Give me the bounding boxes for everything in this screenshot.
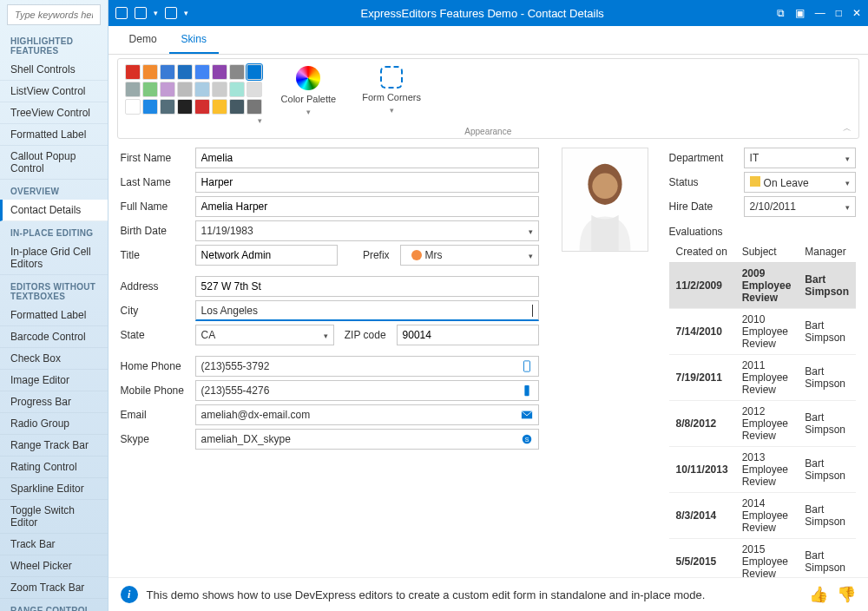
tab-demo[interactable]: Demo xyxy=(117,26,169,54)
window-title: ExpressEditors Features Demo - Contact D… xyxy=(188,7,777,20)
sidebar-section-header: IN-PLACE EDITING xyxy=(0,221,108,241)
chevron-down-icon xyxy=(320,329,328,341)
sidebar-section-header: HIGHLIGHTED FEATURES xyxy=(0,30,108,59)
skype-input[interactable]: ameliah_DX_skypeS xyxy=(195,429,539,450)
sidebar-item[interactable]: Shell Controls xyxy=(0,59,108,81)
sidebar-section-header: OVERVIEW xyxy=(0,180,108,200)
sidebar-item[interactable]: Radio Group xyxy=(0,413,108,435)
chevron-down-icon xyxy=(842,152,850,164)
table-row[interactable]: 8/8/20122012 Employee ReviewBart Simpson xyxy=(669,401,856,447)
state-select[interactable]: CA xyxy=(195,325,334,345)
last-name-input[interactable] xyxy=(195,172,539,193)
thumbs-up-button[interactable]: 👍 xyxy=(809,585,828,604)
hire-date-input[interactable]: 2/10/2011 xyxy=(744,196,856,217)
department-select[interactable]: IT xyxy=(744,148,856,168)
sidebar-item[interactable]: Rating Control xyxy=(0,457,108,478)
email-icon xyxy=(521,409,533,421)
table-row[interactable]: 7/14/20102010 Employee ReviewBart Simpso… xyxy=(669,309,856,355)
tab-skins[interactable]: Skins xyxy=(169,26,219,54)
qat-icon-3[interactable] xyxy=(165,7,177,19)
info-icon: i xyxy=(121,586,138,603)
sidebar-item[interactable]: Progress Bar xyxy=(0,391,108,413)
status-icon xyxy=(750,176,760,187)
thumbs-down-button[interactable]: 👎 xyxy=(837,585,856,604)
sidebar-item[interactable]: Callout Popup Control xyxy=(0,146,108,180)
evaluations-title: Evaluations xyxy=(669,226,856,238)
sidebar-item[interactable]: Barcode Control xyxy=(0,326,108,348)
sidebar-item[interactable]: Wheel Picker xyxy=(0,555,108,577)
svg-text:S: S xyxy=(524,437,529,443)
pin-icon[interactable]: ▣ xyxy=(795,7,805,19)
title-input[interactable] xyxy=(195,245,338,266)
sidebar: HIGHLIGHTED FEATURESShell ControlsListVi… xyxy=(0,0,108,611)
home-phone-input[interactable]: (213)555-3792 xyxy=(195,356,539,377)
sidebar-item[interactable]: Zoom Track Bar xyxy=(0,577,108,599)
help-icon[interactable]: ⧉ xyxy=(777,7,785,19)
sidebar-item[interactable]: Range Track Bar xyxy=(0,435,108,457)
chevron-down-icon xyxy=(842,200,850,213)
sidebar-item[interactable]: Sparkline Editor xyxy=(0,478,108,500)
skin-swatch-grid[interactable] xyxy=(125,64,262,115)
ribbon-tabs: Demo Skins xyxy=(108,26,868,55)
sidebar-item[interactable]: In-place Grid Cell Editors xyxy=(0,241,108,275)
sidebar-item[interactable]: Track Bar xyxy=(0,534,108,555)
search-input[interactable] xyxy=(7,4,101,25)
chevron-down-icon xyxy=(842,176,850,188)
person-icon xyxy=(411,250,422,260)
sidebar-item[interactable]: Image Editor xyxy=(0,370,108,391)
svg-rect-0 xyxy=(523,361,529,371)
table-row[interactable]: 10/11/20132013 Employee ReviewBart Simps… xyxy=(669,447,856,493)
sidebar-item[interactable]: ListView Control xyxy=(0,81,108,102)
status-select[interactable]: On Leave xyxy=(744,172,856,193)
footer: i This demo shows how to use DevExpress … xyxy=(108,577,868,611)
table-row[interactable]: 8/3/20142014 Employee ReviewBart Simpson xyxy=(669,493,856,539)
color-palette-button[interactable]: Color Palette ▾ xyxy=(274,64,344,118)
contact-photo xyxy=(562,148,648,252)
sidebar-item[interactable]: Formatted Label xyxy=(0,305,108,326)
svg-rect-1 xyxy=(524,385,529,396)
sidebar-section-header: EDITORS WITHOUT TEXTBOXES xyxy=(0,275,108,305)
sidebar-item[interactable]: Toggle Switch Editor xyxy=(0,500,108,534)
ribbon: ▾ Color Palette ▾ Form Corners ▾ Appeara… xyxy=(117,58,859,139)
qat-icon-2[interactable] xyxy=(135,7,147,19)
close-button[interactable]: ✕ xyxy=(852,7,861,19)
sidebar-item[interactable]: Formatted Label xyxy=(0,124,108,146)
mobile-phone-input[interactable]: (213)555-4276 xyxy=(195,380,539,401)
table-row[interactable]: 5/5/20152015 Employee ReviewBart Simpson xyxy=(669,539,856,578)
phone-icon xyxy=(521,360,533,372)
birth-date-input[interactable]: 11/19/1983 xyxy=(195,220,539,241)
sidebar-item[interactable]: Contact Details xyxy=(0,200,108,221)
qat-icon-1[interactable] xyxy=(115,7,128,19)
chevron-down-icon xyxy=(525,225,533,237)
svg-point-7 xyxy=(592,174,617,199)
email-input[interactable]: ameliah@dx-email.com xyxy=(195,404,539,425)
ribbon-collapse-icon[interactable]: ︿ xyxy=(843,122,852,135)
titlebar: ▾ ▾ ExpressEditors Features Demo - Conta… xyxy=(108,0,868,26)
ribbon-group-label: Appearance xyxy=(125,127,852,136)
evaluations-table[interactable]: Created on Subject Manager 11/2/20092009… xyxy=(669,241,856,577)
maximize-button[interactable]: □ xyxy=(836,7,842,19)
first-name-input[interactable] xyxy=(195,148,539,168)
prefix-select[interactable]: Mrs xyxy=(400,245,539,266)
skype-icon: S xyxy=(521,433,533,445)
sidebar-section-header: RANGE CONTROL xyxy=(0,599,108,611)
city-input[interactable]: Los Angeles xyxy=(195,300,539,321)
sidebar-item[interactable]: Check Box xyxy=(0,348,108,370)
zip-input[interactable] xyxy=(397,325,539,345)
chevron-down-icon xyxy=(525,249,533,261)
form-corners-button[interactable]: Form Corners ▾ xyxy=(355,64,428,116)
table-row[interactable]: 11/2/20092009 Employee ReviewBart Simpso… xyxy=(669,263,856,309)
minimize-button[interactable]: — xyxy=(815,7,825,19)
table-row[interactable]: 7/19/20112011 Employee ReviewBart Simpso… xyxy=(669,355,856,401)
mobile-icon xyxy=(521,384,533,397)
address-input[interactable] xyxy=(195,276,539,297)
sidebar-item[interactable]: TreeView Control xyxy=(0,102,108,124)
full-name-input[interactable] xyxy=(195,196,539,217)
